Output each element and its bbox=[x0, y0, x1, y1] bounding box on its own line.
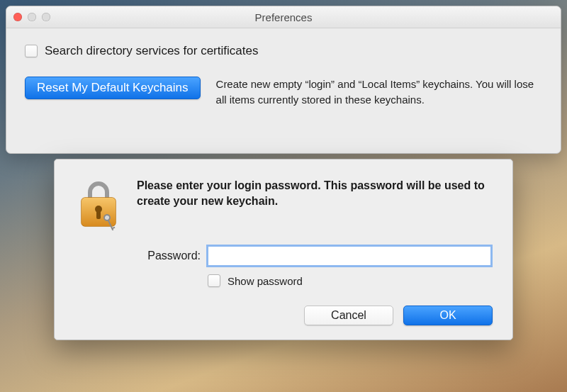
search-certificates-checkbox[interactable] bbox=[25, 45, 38, 57]
ok-button[interactable]: OK bbox=[403, 306, 493, 325]
show-password-checkbox[interactable] bbox=[208, 274, 220, 287]
show-password-label: Show password bbox=[228, 275, 303, 287]
password-label: Password: bbox=[137, 250, 201, 262]
window-titlebar: Preferences bbox=[6, 6, 561, 28]
preferences-window: Preferences Search directory services fo… bbox=[6, 6, 561, 154]
traffic-lights bbox=[13, 13, 50, 21]
svg-rect-3 bbox=[96, 211, 101, 219]
sheet-button-row: Cancel OK bbox=[304, 306, 493, 325]
password-prompt-sheet: Please enter your login password. This p… bbox=[54, 159, 513, 340]
svg-line-6 bbox=[112, 227, 115, 230]
cancel-button[interactable]: Cancel bbox=[304, 306, 393, 325]
search-certificates-row[interactable]: Search directory services for certificat… bbox=[25, 44, 542, 58]
lock-icon bbox=[76, 178, 121, 230]
password-field-row: Password: bbox=[137, 246, 491, 266]
reset-keychains-description: Create new empty “login” and “Local Item… bbox=[216, 77, 542, 108]
zoom-icon[interactable] bbox=[42, 13, 50, 21]
show-password-row[interactable]: Show password bbox=[208, 274, 491, 287]
preferences-body: Search directory services for certificat… bbox=[6, 28, 561, 123]
password-input[interactable] bbox=[208, 246, 491, 266]
close-icon[interactable] bbox=[13, 13, 22, 21]
search-certificates-label: Search directory services for certificat… bbox=[45, 44, 258, 58]
reset-default-keychains-button[interactable]: Reset My Default Keychains bbox=[25, 77, 201, 99]
window-title: Preferences bbox=[6, 11, 561, 23]
desktop-background: Preferences Search directory services fo… bbox=[0, 0, 567, 392]
password-prompt-text: Please enter your login password. This p… bbox=[137, 178, 491, 208]
reset-keychains-row: Reset My Default Keychains Create new em… bbox=[25, 77, 542, 108]
minimize-icon[interactable] bbox=[28, 13, 36, 21]
